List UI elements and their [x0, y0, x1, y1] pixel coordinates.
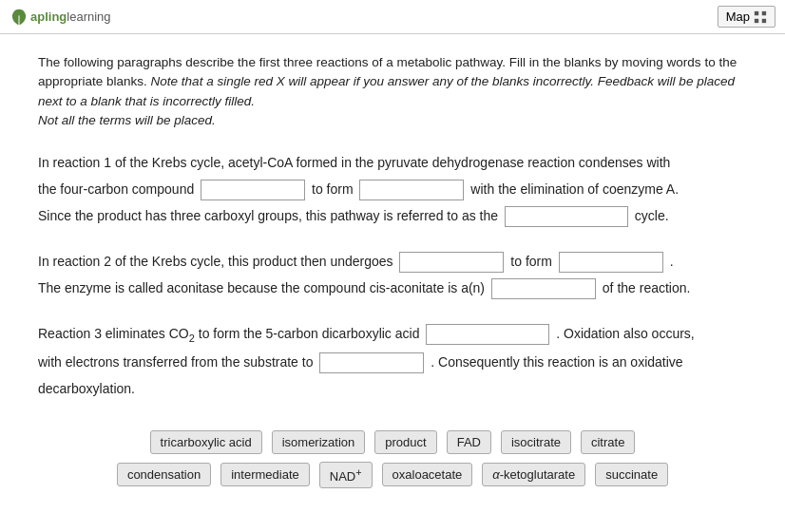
chip-nad[interactable]: NAD+ [319, 462, 373, 488]
chip-succinate[interactable]: succinate [595, 463, 668, 486]
blank-r2-2[interactable] [559, 252, 663, 273]
reaction1-text2: the four-carbon compound [38, 181, 194, 197]
logo-learning: learning [67, 10, 110, 24]
chip-fad[interactable]: FAD [447, 430, 491, 454]
reaction2-text2: to form [510, 254, 552, 269]
chip-condensation[interactable]: condensation [117, 463, 211, 486]
reaction3-text3: with electrons transferred from the subs… [38, 354, 313, 370]
word-row-1: tricarboxylic acid isomerization product… [150, 430, 636, 454]
reaction3-block: Reaction 3 eliminates CO2 to form the 5-… [38, 320, 747, 402]
reaction1-text6: cycle. [635, 208, 669, 223]
svg-rect-3 [762, 18, 766, 22]
reaction3-text4: . Consequently this reaction is an oxida… [431, 354, 682, 370]
blank-r1-1[interactable] [201, 180, 305, 200]
header: aplinglearning Map [0, 0, 785, 34]
blank-r3-1[interactable] [426, 324, 549, 345]
blank-r3-2[interactable] [319, 352, 424, 373]
chip-oxaloacetate[interactable]: oxaloacetate [382, 463, 473, 486]
map-label: Map [726, 10, 750, 24]
chip-intermediate[interactable]: intermediate [220, 463, 310, 486]
reaction3-text1: Reaction 3 eliminates CO2 to form the 5-… [38, 326, 419, 341]
svg-rect-2 [755, 18, 758, 22]
blank-r2-1[interactable] [399, 252, 504, 273]
blank-r1-3[interactable] [505, 206, 628, 227]
main-content: The following paragraphs describe the fi… [0, 34, 785, 507]
chip-isomerization[interactable]: isomerization [272, 430, 366, 454]
chip-alpha-ketoglutarate[interactable]: α-ketoglutarate [482, 463, 585, 486]
blank-r2-3[interactable] [491, 278, 596, 299]
instruction-line1: The following paragraphs describe the fi… [38, 55, 619, 69]
chip-isocitrate[interactable]: isocitrate [501, 430, 571, 454]
reaction1-block: In reaction 1 of the Krebs cycle, acetyl… [38, 149, 747, 229]
chip-citrate[interactable]: citrate [581, 430, 635, 454]
map-button[interactable]: Map [718, 6, 775, 28]
reaction1-text1: In reaction 1 of the Krebs cycle, acetyl… [38, 155, 670, 170]
word-bank: tricarboxylic acid isomerization product… [38, 430, 747, 488]
reaction2-text4: The enzyme is called aconitase because t… [38, 280, 485, 295]
logo-area: aplinglearning [10, 8, 111, 27]
map-grid-icon [754, 10, 767, 24]
logo-text: aplinglearning [30, 10, 111, 24]
instructions: The following paragraphs describe the fi… [38, 53, 747, 130]
reaction2-text5: of the reaction. [603, 280, 691, 295]
reaction2-block: In reaction 2 of the Krebs cycle, this p… [38, 248, 747, 301]
reaction3-text5: decarboxylation. [38, 381, 135, 396]
instruction-line3: Not all the terms will be placed. [38, 113, 216, 127]
svg-rect-1 [762, 10, 766, 14]
logo-apling: apling [30, 10, 67, 24]
word-row-2: condensation intermediate NAD+ oxaloacet… [117, 462, 668, 488]
logo-icon [10, 8, 29, 27]
subscript-2: 2 [189, 332, 195, 344]
reaction2-text3: . [670, 254, 674, 269]
reaction2-text1: In reaction 2 of the Krebs cycle, this p… [38, 254, 393, 269]
chip-tricarboxylic[interactable]: tricarboxylic acid [150, 430, 262, 454]
chip-product[interactable]: product [374, 430, 436, 454]
reaction1-text4: with the elimination of coenzyme A. [470, 181, 679, 197]
reaction3-text2: . Oxidation also occurs, [556, 326, 695, 341]
reaction1-text3: to form [312, 181, 354, 197]
svg-rect-0 [755, 10, 758, 14]
reaction1-text5: Since the product has three carboxyl gro… [38, 208, 498, 223]
blank-r1-2[interactable] [359, 180, 464, 200]
